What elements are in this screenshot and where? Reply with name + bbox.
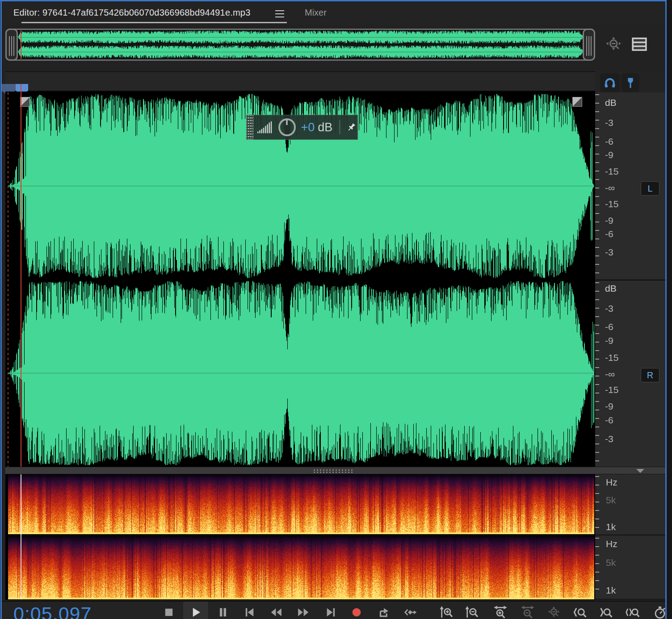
zoom-to-in-point-button[interactable]	[572, 605, 588, 619]
db-scale-left[interactable]: dB -3 -6 -9 -15 -∞ -15 -9 -6 -3 L	[595, 92, 666, 280]
marker-button[interactable]	[622, 73, 639, 92]
gain-unit-label: dB	[318, 121, 332, 134]
record-button[interactable]	[349, 605, 364, 619]
hud-drag-grip[interactable]	[247, 115, 253, 139]
freq-tick-marks	[595, 538, 599, 597]
freq-label: 5k	[606, 557, 616, 568]
db-label: -15	[605, 385, 618, 395]
db-unit-label: dB	[605, 283, 617, 294]
panel-view-button[interactable]	[629, 34, 650, 54]
spectrogram-right[interactable]	[8, 536, 594, 599]
pause-button[interactable]	[215, 605, 231, 619]
skip-end-icon	[325, 606, 337, 619]
zoom-out-horizontal-icon	[521, 605, 535, 619]
panel-tab-bar: Editor: 97641-47af6175426b06070d366968bd…	[2, 1, 665, 25]
db-label: -3	[605, 303, 613, 314]
db-unit-label: dB	[605, 97, 617, 108]
skip-to-end-button[interactable]	[323, 605, 339, 619]
play-button[interactable]	[188, 605, 203, 619]
freq-tick-marks	[595, 476, 599, 533]
spectrogram-channel-gap	[8, 534, 594, 536]
zoom-reset-button[interactable]	[604, 35, 624, 54]
play-icon	[189, 606, 202, 619]
zoom-navigate-icon	[605, 36, 623, 54]
stacked-panels-icon	[630, 35, 649, 54]
monitor-button[interactable]	[600, 73, 620, 92]
db-label: -9	[605, 335, 613, 346]
gain-value[interactable]: +0	[301, 121, 315, 134]
zoom-in-horizontal-button[interactable]	[493, 605, 508, 619]
playhead-line	[21, 84, 21, 467]
splitter-grip[interactable]	[313, 469, 354, 473]
stop-icon	[163, 606, 175, 619]
tab-mixer[interactable]: Mixer	[305, 8, 327, 18]
channel-right-button[interactable]: R	[641, 368, 659, 382]
db-label: -9	[605, 215, 613, 226]
time-display[interactable]: 0:05.097	[13, 603, 92, 619]
db-label: -6	[605, 229, 613, 239]
rewind-icon	[269, 606, 283, 619]
db-label: -15	[605, 352, 618, 363]
db-label: -∞	[605, 183, 615, 193]
db-label: -15	[605, 199, 618, 209]
spectrogram-left[interactable]	[8, 474, 594, 534]
db-label: -6	[605, 322, 613, 332]
channel-left-button[interactable]: L	[641, 181, 659, 196]
hud-separator	[340, 120, 340, 134]
selection-start-line	[8, 92, 8, 467]
overview-left-handle[interactable]	[5, 29, 18, 61]
loop-icon	[377, 606, 391, 619]
gain-knob[interactable]	[278, 118, 295, 136]
stop-button[interactable]	[161, 605, 176, 619]
zoom-in-vertical-button[interactable]	[439, 605, 454, 619]
db-scale-right[interactable]: dB -3 -6 -9 -15 -∞ -15 -9 -6 -3 R	[595, 280, 666, 467]
tab-editor[interactable]: Editor: 97641-47af6175426b06070d366968bd…	[13, 8, 250, 18]
zoom-to-out-point-button[interactable]	[598, 605, 613, 619]
overview-playhead	[21, 30, 21, 59]
freq-unit-label: Hz	[606, 539, 617, 549]
overview-waveform[interactable]	[18, 30, 584, 59]
skip-to-start-button[interactable]	[242, 605, 257, 619]
db-label: -3	[605, 434, 613, 444]
db-label: -∞	[605, 369, 615, 380]
panel-menu-icon[interactable]	[275, 10, 284, 17]
zoom-out-horizontal-button[interactable]	[520, 605, 535, 619]
waveform-display[interactable]	[8, 92, 594, 467]
db-label: -9	[605, 150, 613, 160]
zoom-out-vertical-icon	[465, 605, 479, 619]
headphones-icon	[603, 75, 617, 90]
freq-label: 1k	[606, 585, 616, 596]
zoom-in-vertical-icon	[440, 605, 454, 619]
skip-selection-icon	[403, 606, 417, 619]
freq-scale-left[interactable]: Hz 5k 1k	[595, 474, 666, 535]
zoom-in-horizontal-icon	[493, 605, 508, 619]
spectrogram-playhead	[21, 474, 21, 599]
freq-scale-right[interactable]: Hz 5k 1k	[595, 536, 666, 599]
skip-selection-button[interactable]	[403, 605, 418, 619]
collapse-arrow-icon[interactable]	[636, 469, 644, 473]
db-tick-marks	[595, 94, 599, 278]
rewind-button[interactable]	[269, 605, 284, 619]
volume-bars-icon	[257, 121, 274, 134]
zoom-reset-transport-button[interactable]	[546, 605, 562, 619]
fade-in-handle[interactable]	[20, 97, 30, 107]
zoom-to-selection-button[interactable]	[625, 605, 640, 619]
timeline-ruler[interactable]: hms 0:30 1:00 1:30 2:00 2:30 3:00 3:30	[5, 71, 595, 92]
zoom-in-point-icon	[573, 605, 587, 619]
overview-right-handle[interactable]	[583, 29, 595, 61]
panel-splitter[interactable]	[5, 467, 666, 474]
marker-flag-icon	[624, 76, 637, 89]
db-label: -15	[605, 166, 618, 177]
audio-editor-app: Editor: 97641-47af6175426b06070d366968bd…	[0, 0, 672, 619]
right-edge-spacer	[667, 0, 672, 619]
zoom-out-vertical-button[interactable]	[465, 605, 480, 619]
db-label: -6	[605, 136, 613, 147]
db-label: -9	[605, 401, 613, 412]
volume-hud[interactable]: +0 dB	[246, 115, 358, 140]
focus-border-top	[0, 0, 672, 1]
fade-out-handle[interactable]	[572, 97, 582, 107]
pin-icon[interactable]	[346, 121, 357, 133]
freq-label: 1k	[606, 522, 616, 532]
fast-forward-button[interactable]	[296, 605, 311, 619]
loop-playback-button[interactable]	[376, 605, 391, 619]
